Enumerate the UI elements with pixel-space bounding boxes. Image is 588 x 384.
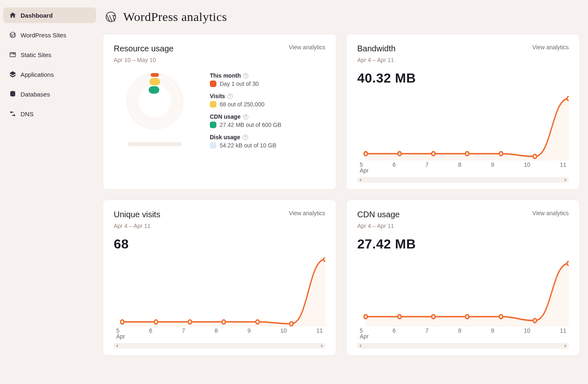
svg-point-17 [324, 258, 325, 261]
svg-point-13 [188, 320, 191, 324]
sidebar: Dashboard WordPress Sites Static Sites A… [0, 0, 99, 384]
card-resource-usage: Resource usage Apr 10 – May 10 View anal… [103, 34, 336, 190]
card-bandwidth: Bandwidth Apr 4 – Apr 11 View analytics … [346, 34, 580, 190]
help-icon[interactable]: ? [227, 94, 233, 99]
svg-point-6 [432, 152, 435, 156]
page-title: WordPress analytics [123, 10, 227, 24]
sidebar-item-label: Dashboard [21, 12, 53, 19]
card-unique-visits: Unique visits Apr 4 – Apr 11 View analyt… [103, 200, 336, 356]
legend-item-month: This month? Day 1 out of 30 [210, 72, 281, 87]
cdn-chart [357, 258, 569, 327]
sidebar-item-label: Applications [21, 71, 54, 78]
view-analytics-link[interactable]: View analytics [289, 210, 325, 216]
donut-segment-cdn [149, 86, 159, 94]
chart-x-month: Apr [114, 333, 325, 340]
svg-point-20 [432, 315, 435, 319]
sidebar-item-label: Static Sites [21, 51, 51, 58]
card-date-range: Apr 4 – Apr 11 [114, 223, 160, 229]
legend-item-disk: Disk usage? 54.22 kB out of 10 GB [210, 134, 281, 149]
svg-point-14 [222, 320, 225, 324]
sidebar-item-dns[interactable]: DNS [3, 106, 96, 122]
view-analytics-link[interactable]: View analytics [289, 44, 325, 51]
donut-chart [126, 72, 184, 130]
svg-point-18 [364, 315, 367, 319]
svg-point-23 [533, 319, 536, 323]
svg-point-10 [567, 97, 569, 101]
bandwidth-chart [357, 92, 569, 161]
svg-point-19 [398, 315, 401, 319]
sidebar-item-static-sites[interactable]: Static Sites [3, 47, 96, 62]
cdn-metric: 27.42 MB [357, 237, 569, 252]
chart-scrollbar[interactable] [357, 343, 569, 349]
swatch [210, 80, 216, 87]
static-sites-icon [9, 51, 16, 58]
sidebar-item-wordpress-sites[interactable]: WordPress Sites [3, 27, 96, 43]
svg-rect-1 [10, 53, 16, 57]
svg-point-9 [533, 154, 536, 159]
svg-point-5 [398, 152, 401, 156]
svg-point-16 [289, 322, 293, 326]
card-date-range: Apr 4 – Apr 11 [357, 57, 395, 63]
card-title: Resource usage [114, 44, 174, 53]
sidebar-item-dashboard[interactable]: Dashboard [3, 7, 96, 23]
legend-item-cdn: CDN usage? 27.42 MB out of 600 GB [210, 113, 281, 128]
chart-x-month: Apr [357, 333, 569, 340]
help-icon[interactable]: ? [243, 73, 248, 78]
view-analytics-link[interactable]: View analytics [533, 44, 569, 51]
svg-point-21 [466, 315, 469, 319]
card-title: Bandwidth [357, 44, 395, 53]
sidebar-item-label: DNS [21, 110, 34, 117]
help-icon[interactable]: ? [243, 135, 248, 140]
swatch [210, 101, 216, 108]
resource-legend: This month? Day 1 out of 30 Visits? 68 o… [210, 72, 281, 154]
svg-point-24 [567, 262, 569, 266]
home-icon [9, 11, 16, 19]
svg-point-12 [154, 320, 158, 324]
svg-point-11 [120, 320, 124, 324]
svg-point-4 [364, 152, 367, 156]
applications-icon [9, 71, 16, 78]
dns-icon [9, 110, 16, 117]
wordpress-logo-icon [105, 11, 117, 23]
chart-scrollbar[interactable] [357, 177, 569, 183]
card-cdn-usage: CDN usage Apr 4 – Apr 11 View analytics … [346, 200, 580, 356]
chart-x-month: Apr [357, 167, 569, 174]
page-header: WordPress analytics [105, 10, 580, 24]
visits-chart [114, 258, 325, 327]
donut-segment-visits [149, 78, 160, 85]
card-date-range: Apr 4 – Apr 11 [357, 223, 400, 229]
sidebar-item-label: WordPress Sites [21, 32, 66, 39]
card-title: CDN usage [357, 210, 400, 219]
donut-disk-bar [128, 142, 181, 146]
main-content: WordPress analytics Resource usage Apr 1… [99, 0, 588, 384]
sidebar-item-applications[interactable]: Applications [3, 67, 96, 82]
databases-icon [9, 90, 16, 98]
wordpress-icon [9, 31, 16, 39]
card-title: Unique visits [114, 210, 160, 219]
svg-point-7 [466, 152, 469, 156]
bandwidth-metric: 40.32 MB [357, 71, 569, 86]
legend-item-visits: Visits? 68 out of 250,000 [210, 93, 281, 108]
sidebar-item-label: Databases [21, 91, 50, 98]
svg-point-15 [256, 320, 259, 324]
svg-point-22 [499, 315, 503, 319]
card-date-range: Apr 10 – May 10 [114, 57, 174, 63]
sidebar-item-databases[interactable]: Databases [3, 86, 96, 102]
swatch [210, 122, 216, 128]
view-analytics-link[interactable]: View analytics [533, 210, 569, 216]
help-icon[interactable]: ? [243, 114, 248, 120]
donut-segment-month [151, 73, 159, 77]
svg-point-8 [499, 152, 503, 156]
visits-metric: 68 [114, 237, 325, 252]
swatch [210, 142, 216, 149]
resource-donut [114, 72, 196, 146]
chart-scrollbar[interactable] [114, 343, 325, 349]
